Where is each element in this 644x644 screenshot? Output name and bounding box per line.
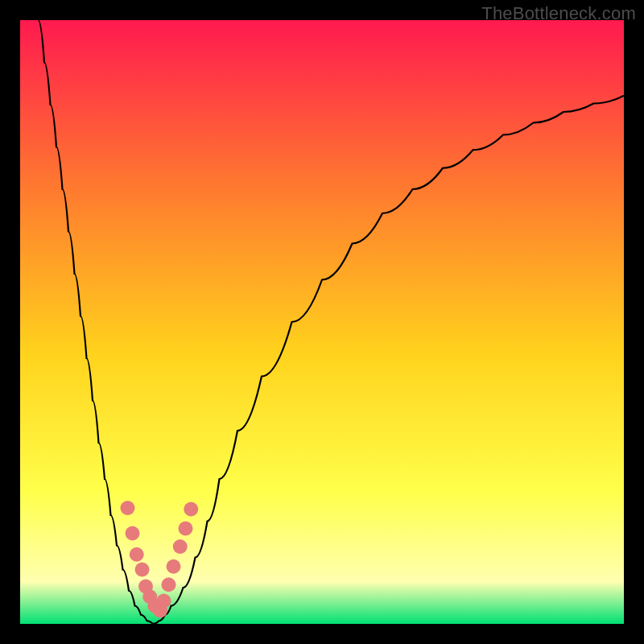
gradient-background (20, 20, 624, 624)
curve-marker (167, 559, 181, 574)
curve-marker (135, 563, 150, 577)
curve-marker (179, 522, 193, 536)
curve-marker (184, 502, 198, 517)
curve-marker (157, 594, 171, 609)
curve-marker (162, 577, 176, 592)
plot-area (20, 20, 624, 624)
chart-container: TheBottleneck.com (0, 0, 644, 644)
curve-marker (173, 539, 188, 554)
bottleneck-chart (20, 20, 624, 624)
curve-marker (121, 501, 135, 515)
curve-marker (130, 547, 144, 562)
watermark-text: TheBottleneck.com (481, 3, 636, 24)
curve-marker (126, 526, 140, 541)
